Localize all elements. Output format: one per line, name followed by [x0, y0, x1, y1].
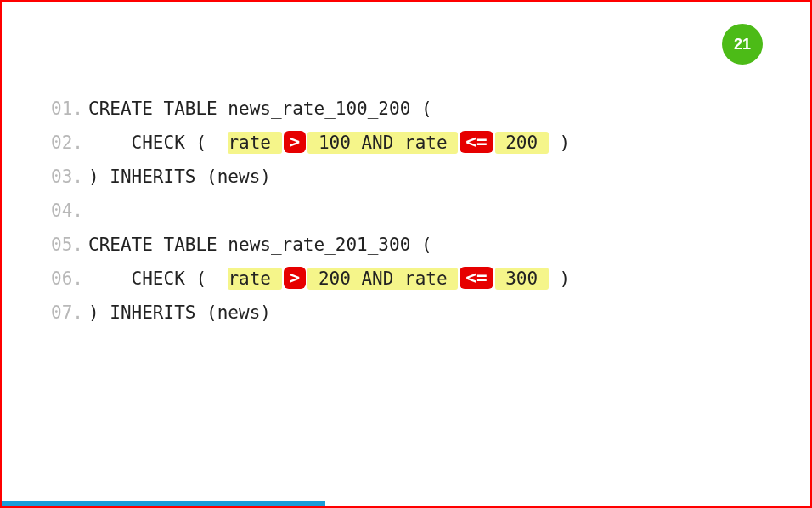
code-content: CHECK ( rate > 200 AND rate <= 300 ) [88, 262, 570, 296]
line-number: 04 [51, 194, 88, 228]
code-text: CHECK ( [88, 268, 228, 289]
code-content: ) INHERITS (news) [88, 160, 271, 194]
line-number: 03 [51, 160, 88, 194]
page-number: 21 [734, 36, 751, 54]
code-line: 04 [51, 194, 761, 228]
code-content: CREATE TABLE news_rate_201_300 ( [88, 228, 432, 262]
code-text: ) [549, 268, 570, 289]
code-content: ) INHERITS (news) [88, 296, 271, 330]
line-number: 05 [51, 228, 88, 262]
code-highlight: 300 [495, 268, 549, 290]
code-text: ) [549, 133, 570, 153]
code-text: ) INHERITS (news) [88, 302, 271, 323]
code-highlight: rate [228, 132, 281, 154]
code-operator-badge: > [284, 131, 307, 153]
code-line: 02 CHECK ( rate > 100 AND rate <= 200 ) [51, 126, 761, 160]
code-text: ) INHERITS (news) [88, 167, 271, 187]
slide: 21 01CREATE TABLE news_rate_100_200 (02 … [0, 0, 812, 508]
code-highlight: 100 AND rate [307, 132, 458, 154]
code-highlight: 200 [495, 132, 549, 154]
line-number: 07 [51, 296, 88, 330]
code-line: 03) INHERITS (news) [51, 160, 761, 194]
page-number-badge: 21 [722, 24, 763, 65]
code-text: CHECK ( [88, 133, 228, 153]
progress-track [2, 501, 810, 506]
code-content: CREATE TABLE news_rate_100_200 ( [88, 92, 432, 126]
code-operator-badge: > [284, 267, 307, 289]
line-number: 01 [51, 92, 88, 126]
code-text: CREATE TABLE news_rate_100_200 ( [88, 99, 432, 119]
code-operator-badge: <= [460, 131, 493, 153]
line-number: 02 [51, 126, 88, 160]
code-highlight: rate [228, 268, 281, 290]
code-content: CHECK ( rate > 100 AND rate <= 200 ) [88, 126, 570, 160]
code-line: 05CREATE TABLE news_rate_201_300 ( [51, 228, 761, 262]
code-highlight: 200 AND rate [307, 268, 458, 290]
code-line: 01CREATE TABLE news_rate_100_200 ( [51, 92, 761, 126]
code-operator-badge: <= [460, 267, 493, 289]
code-text: CREATE TABLE news_rate_201_300 ( [88, 234, 432, 255]
code-line: 07) INHERITS (news) [51, 296, 761, 330]
code-line: 06 CHECK ( rate > 200 AND rate <= 300 ) [51, 262, 761, 296]
code-block: 01CREATE TABLE news_rate_100_200 (02 CHE… [51, 92, 761, 330]
progress-fill [2, 501, 325, 506]
line-number: 06 [51, 262, 88, 296]
